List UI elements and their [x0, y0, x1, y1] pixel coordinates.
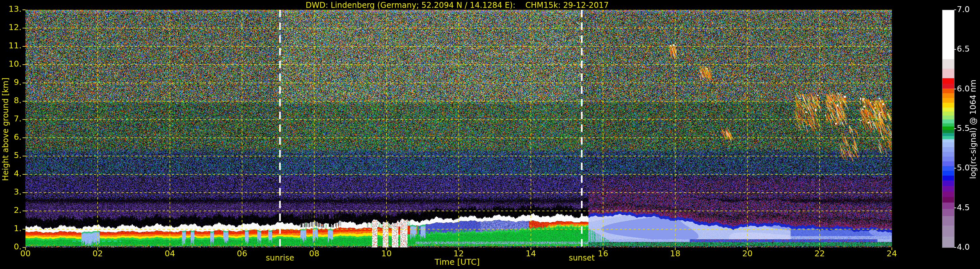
x-tick-label: 18 — [670, 249, 681, 258]
x-tick-label: 10 — [382, 249, 392, 258]
colorbar-tick-label: 4.0 — [957, 242, 970, 252]
y-tick-label: 10. — [0, 59, 22, 68]
colorbar-tick-label: 5.5 — [957, 123, 970, 133]
colorbar-tick-label: 5.0 — [957, 163, 970, 172]
x-tick-label: 22 — [815, 249, 825, 258]
y-tick-label: 9. — [0, 77, 22, 87]
plot-title: DWD: Lindenberg (Germany; 52.2094 N / 14… — [305, 1, 609, 10]
y-tick-label: 1. — [0, 224, 22, 233]
x-tick-label: 04 — [165, 249, 175, 258]
colorbar-tick-label: 6.5 — [957, 44, 970, 54]
ceilometer-quicklook-figure: DWD: Lindenberg (Germany; 52.2094 N / 14… — [0, 0, 980, 269]
y-tick-label: 8. — [0, 96, 22, 105]
y-tick-label: 12. — [0, 22, 22, 32]
x-tick-label: 14 — [526, 249, 536, 258]
y-tick-label: 3. — [0, 187, 22, 197]
x-tick-label: 00 — [20, 249, 31, 258]
x-tick-label: 16 — [598, 249, 608, 258]
x-tick-label: 20 — [742, 249, 753, 258]
y-tick-label: 5. — [0, 151, 22, 160]
y-tick-label: 7. — [0, 114, 22, 123]
sunset-annotation: sunset — [569, 253, 595, 263]
x-tick-label: 12 — [453, 249, 464, 258]
ceilometer-heatmap-canvas — [0, 0, 980, 269]
y-tick-label: 13. — [0, 4, 22, 14]
y-tick-label: 2. — [0, 205, 22, 215]
x-tick-label: 02 — [92, 249, 103, 258]
y-tick-label: 11. — [0, 41, 22, 50]
x-tick-label: 06 — [237, 249, 247, 258]
colorbar-tick-label: 7.0 — [957, 5, 970, 14]
colorbar-tick-label: 6.0 — [957, 84, 970, 93]
colorbar-tick-label: 4.5 — [957, 203, 970, 212]
sunrise-annotation: sunrise — [266, 253, 294, 263]
y-tick-label: 0. — [0, 242, 22, 251]
x-tick-label: 08 — [309, 249, 319, 258]
x-axis-label: Time [UTC] — [435, 257, 480, 267]
y-tick-label: 4. — [0, 169, 22, 178]
x-tick-label: 24 — [887, 249, 897, 258]
colorbar-label: log(rc-signal) @ 1064 nm — [969, 67, 978, 191]
y-tick-label: 6. — [0, 132, 22, 142]
